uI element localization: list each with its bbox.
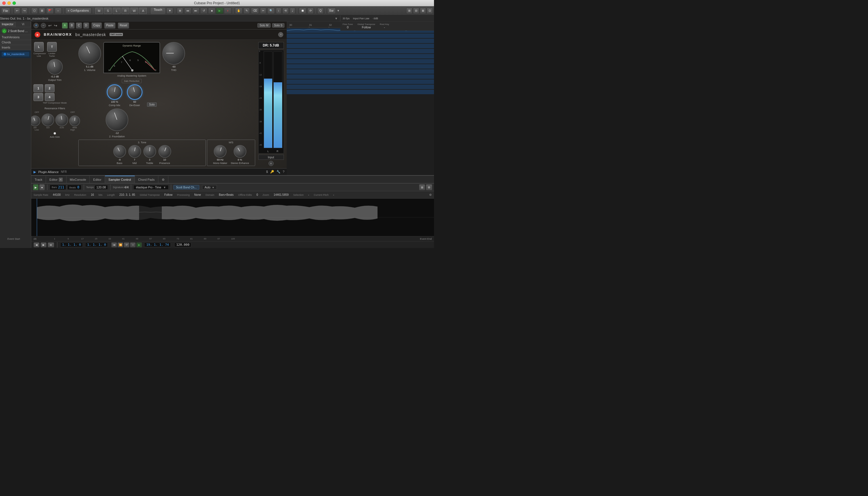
tab-sampler-control[interactable]: Sampler Control [105,176,135,183]
tool-zoom-in[interactable]: 🔍 [267,7,275,14]
tool-6[interactable]: ↕ [276,7,281,14]
auto-display[interactable]: Auto ▼ [202,185,217,189]
inspector-tab-vi[interactable]: Vi [16,21,31,27]
maximize-button[interactable] [13,1,16,5]
reset-btn[interactable]: Reset [118,22,129,29]
slot-a[interactable]: A [62,22,68,29]
mode-r[interactable]: R [122,7,129,14]
editor-close-btn[interactable]: ✕ [59,177,63,182]
punch-out[interactable]: ⟳ [307,7,314,14]
plugin-x-btn[interactable]: ✕ [278,32,283,37]
tmt-mode-4[interactable]: 4 [45,93,55,101]
stereo-out-arrow[interactable]: ▼ [335,17,338,20]
mode-l[interactable]: L [113,7,121,14]
sampler-settings-icon[interactable]: ⚙ [429,193,432,196]
comp-mix-knob[interactable] [107,84,122,100]
touch-expand[interactable]: ▼ [166,7,173,14]
track-versions-item[interactable]: TrackVersions [0,35,31,40]
stereo-enhance-knob[interactable] [234,145,246,158]
win-btn-4[interactable]: ⊡ [427,7,433,14]
bars-counter[interactable]: Bars 211 [50,185,66,190]
plugin-slot-1[interactable]: 🔵 bx_masterdesk [2,52,29,57]
tool-flag[interactable]: 🚩 [46,7,53,14]
undo-btn[interactable]: ↩ [48,23,52,28]
midi-tool[interactable]: ⊕ [177,7,183,14]
transport-prev[interactable]: ⏭ [192,7,200,14]
status-btn-stop[interactable]: ▶ [41,242,47,247]
punch-in[interactable]: 🔲 [299,7,306,14]
status-transport-2[interactable]: ⏪ [118,242,123,247]
transport-to-start[interactable]: ⏮ [184,7,191,14]
solo-m-button[interactable]: Solo M [258,23,270,28]
beats-counter[interactable]: Beats 0 [67,185,81,190]
status-record-alt[interactable]: ● [130,242,136,247]
status-transport-1[interactable]: ⏮ [111,242,117,247]
plugin-close-icon[interactable]: ✕ [278,32,283,37]
tool-eraser[interactable]: ⌫ [251,7,259,14]
de-esser-knob[interactable] [127,84,142,100]
copy-btn[interactable]: Copy [91,22,102,29]
tab-chord-pads[interactable]: Chord Pads [135,176,158,183]
track-power-button[interactable]: ⏻ [2,28,7,33]
algorithm-selector[interactable]: élastique Pro - Time ▼ [134,185,169,189]
mid-knob[interactable] [128,145,141,158]
pa-dollar-icon[interactable]: $ [266,170,268,174]
tab-track[interactable]: Track [31,176,46,183]
gear-sampler-btn[interactable]: ⚙ [426,184,432,190]
mode-m[interactable]: M [95,7,103,14]
close-button[interactable] [2,1,6,5]
dr-settings-icon[interactable]: ⚙ [268,161,274,166]
sampler-record[interactable]: ● [39,184,45,190]
res-knob-3150-ctrl[interactable] [55,113,68,126]
pa-tool-icon[interactable]: 🔧 [277,170,280,174]
tmt-mode-2[interactable]: 2 [45,84,55,92]
bar-dropdown[interactable]: Bar [327,7,336,14]
tmt-mode-1[interactable]: 1 [33,84,43,92]
volume-knob[interactable] [78,42,101,65]
redo-btn[interactable]: ↪ [54,23,57,28]
inserts-item[interactable]: Inserts [0,45,31,50]
tempo-value-display[interactable]: 120.08 [94,185,108,189]
tab-mixconsole[interactable]: MixConsole [66,176,90,183]
bar-arrow[interactable]: ▼ [337,9,340,12]
slot-b[interactable]: B [69,22,75,29]
tool-7[interactable]: ⟲ [282,7,289,14]
tool-pencil[interactable]: ✎ [244,7,250,14]
undo-button[interactable]: ↩ [14,7,20,14]
status-play-btn[interactable]: ▶ [136,242,142,247]
tmt-mode-3[interactable]: 3 [33,93,43,101]
tab-settings[interactable]: ⚙ [158,176,168,183]
mode-w[interactable]: W [130,7,138,14]
transport-stop[interactable]: ■ [208,7,215,14]
tab-editor-1[interactable]: Editor ✕ [46,176,66,183]
status-btn-play[interactable]: ⏯ [48,242,54,247]
redo-button[interactable]: ↪ [21,7,28,14]
inspector-tab-inspector[interactable]: Inspector [0,21,16,27]
presence-knob[interactable] [158,145,171,158]
status-transport-3[interactable]: ↺ [124,242,129,247]
bass-knob[interactable] [113,145,126,158]
pa-help-icon[interactable]: ? [283,170,284,174]
expand-btn[interactable]: ⊞ [419,184,425,190]
output-trim-knob[interactable] [47,59,63,75]
win-btn-3[interactable]: ⊠ [420,7,426,14]
file-button[interactable]: File [1,7,10,14]
solo-inline-btn[interactable]: Solo [147,103,157,107]
tool-8[interactable]: ♩ [290,7,295,14]
tool-2[interactable]: ⊞ [39,7,45,14]
win-btn-1[interactable]: ⊞ [406,7,413,14]
status-btn-track[interactable]: ◀ [33,242,40,247]
plugin-settings-icon[interactable]: ⚙ [33,23,38,28]
transport-play[interactable]: ▶ [216,7,223,14]
configurations-button[interactable]: ≡ Configurations [65,7,91,14]
tool-4[interactable]: ↔ [55,7,62,14]
tool-scissors[interactable]: ✂ [260,7,266,14]
tool-click[interactable]: ✋ [235,7,243,14]
slot-c[interactable]: C [76,22,82,29]
sampler-play[interactable]: ▶ [33,184,38,190]
minimize-button[interactable] [7,1,11,5]
res-knob-160-ctrl[interactable] [31,115,40,126]
chords-item[interactable]: Chords [0,40,31,45]
res-knob-315-ctrl[interactable] [42,113,54,126]
thd-knob[interactable] [162,42,185,65]
